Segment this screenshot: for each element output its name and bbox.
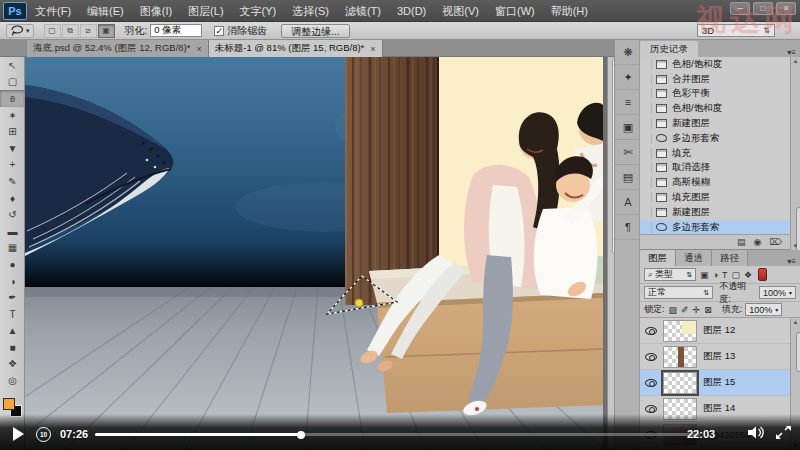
properties-icon[interactable]: ≡ — [615, 90, 641, 115]
maximize-button[interactable]: □ — [753, 2, 773, 15]
move-tool[interactable]: ↖ — [0, 57, 25, 74]
feather-input[interactable] — [150, 24, 202, 37]
brush-tool[interactable]: ✎ — [0, 173, 25, 190]
add-selection-button[interactable]: ⧉ — [62, 24, 79, 38]
path-select-tool[interactable]: ▲ — [0, 323, 25, 340]
menu-layer[interactable]: 图层(L) — [180, 0, 231, 22]
antialias-checkbox[interactable]: ✓ — [214, 26, 224, 36]
menu-help[interactable]: 帮助(H) — [543, 0, 596, 22]
visibility-eye-icon[interactable] — [645, 353, 657, 361]
history-step[interactable]: 色彩平衡 — [640, 87, 790, 102]
tool-preset-picker[interactable]: ▾ — [6, 24, 34, 38]
marquee-tool[interactable]: ▢ — [0, 74, 25, 91]
dodge-tool[interactable]: ◑ — [0, 273, 25, 290]
history-scrollbar[interactable]: ▲▼ — [790, 57, 800, 250]
eyedropper-tool[interactable]: ▼ — [0, 140, 25, 157]
history-step[interactable]: 色相/饱和度 — [640, 101, 790, 116]
new-doc-from-state-icon[interactable]: ▤ — [737, 237, 746, 247]
history-step[interactable]: 取消选择 — [640, 161, 790, 176]
panel-menu-icon[interactable]: ▾≡ — [787, 257, 800, 266]
tab-layers[interactable]: 图层 — [640, 250, 676, 266]
visibility-eye-icon[interactable] — [645, 405, 657, 413]
panel-menu-icon[interactable]: ▾≡ — [787, 48, 800, 57]
tab-untitled-1[interactable]: 未标题-1 @ 81% (图层 15, RGB/8)* × — [209, 40, 383, 57]
document-canvas[interactable] — [25, 57, 607, 450]
filter-adjustment-icon[interactable]: ◑ — [713, 270, 718, 280]
clone-source-icon[interactable]: ▤ — [615, 165, 641, 190]
filter-toggle-switch[interactable] — [758, 268, 767, 281]
history-step[interactable]: 新建图层 — [640, 205, 790, 220]
history-step[interactable]: 多边形套索 — [640, 220, 790, 235]
styles-icon[interactable]: ✦ — [615, 65, 641, 90]
menu-image[interactable]: 图像(I) — [132, 0, 180, 22]
history-step[interactable]: 填充图层 — [640, 190, 790, 205]
delete-state-icon[interactable]: ⌦ — [769, 237, 782, 247]
history-step[interactable]: 多边形套索 — [640, 131, 790, 146]
menu-view[interactable]: 视图(V) — [434, 0, 487, 22]
tab-seabed-psd[interactable]: 海底.psd @ 52.4% (图层 12, RGB/8)* × — [27, 40, 209, 57]
intersect-selection-button[interactable]: ▣ — [98, 24, 115, 38]
blur-tool[interactable]: ● — [0, 256, 25, 273]
history-brush-tool[interactable]: ↺ — [0, 206, 25, 223]
layer-row[interactable]: 图层 15 — [640, 370, 790, 396]
opacity-value[interactable]: 100% ▾ — [759, 286, 796, 299]
layer-row[interactable]: 图层 12 — [640, 318, 790, 344]
history-step[interactable]: 填充 — [640, 146, 790, 161]
stamp-tool[interactable]: ♦ — [0, 190, 25, 207]
zoom-tool[interactable]: ◎ — [0, 372, 25, 389]
history-step[interactable]: 色相/饱和度 — [640, 57, 790, 72]
paragraph-panel-icon[interactable]: ¶ — [615, 215, 641, 240]
menu-select[interactable]: 选择(S) — [284, 0, 337, 22]
play-button[interactable] — [13, 427, 24, 441]
lock-transparency-icon[interactable]: ▨ — [669, 305, 678, 315]
quick-select-tool[interactable]: ✶ — [0, 107, 25, 124]
canvas-scrollbar[interactable] — [607, 57, 614, 450]
refine-edge-button[interactable]: 调整边缘... — [281, 24, 349, 38]
progress-bar[interactable] — [95, 433, 700, 436]
close-button[interactable]: ✕ — [776, 2, 796, 15]
lock-pixels-icon[interactable]: ✐ — [681, 305, 689, 315]
tab-paths[interactable]: 路径 — [712, 250, 748, 266]
menu-file[interactable]: 文件(F) — [27, 0, 79, 22]
blend-mode-select[interactable]: 正常 ⇅ — [644, 286, 713, 299]
menu-3d[interactable]: 3D(D) — [389, 0, 434, 22]
filter-smart-icon[interactable]: ❖ — [744, 270, 752, 280]
foreground-color-swatch[interactable] — [3, 398, 15, 410]
type-tool[interactable]: T — [0, 306, 25, 323]
filter-type-select[interactable]: ⌕ 类型 ⇅ — [644, 268, 696, 281]
history-step[interactable]: 合并图层 — [640, 72, 790, 87]
history-tab[interactable]: 历史记录 — [640, 41, 698, 57]
shape-tool[interactable]: ■ — [0, 339, 25, 356]
new-selection-button[interactable]: ▢ — [44, 24, 61, 38]
visibility-eye-icon[interactable] — [645, 327, 657, 335]
hand-tool[interactable]: ❖ — [0, 356, 25, 373]
lock-all-icon[interactable]: ⊠ — [704, 305, 712, 315]
character-panel-icon[interactable]: A — [615, 190, 641, 215]
fullscreen-icon[interactable] — [776, 426, 791, 439]
crop-tool[interactable]: ⊞ — [0, 123, 25, 140]
menu-filter[interactable]: 滤镜(T) — [337, 0, 389, 22]
tab-channels[interactable]: 通道 — [676, 250, 712, 266]
close-icon[interactable]: × — [196, 44, 201, 54]
menu-type[interactable]: 文字(Y) — [232, 0, 285, 22]
healing-tool[interactable]: + — [0, 157, 25, 174]
visibility-eye-icon[interactable] — [645, 379, 657, 387]
layer-row[interactable]: 图层 13 — [640, 344, 790, 370]
tool-presets-icon[interactable]: ✄ — [615, 140, 641, 165]
lock-position-icon[interactable]: ✛ — [693, 305, 701, 315]
adjustments-icon[interactable]: ❋ — [615, 40, 641, 65]
filter-shape-icon[interactable]: ▢ — [731, 270, 740, 280]
volume-icon[interactable] — [748, 426, 765, 439]
lasso-tool[interactable]: ʚ — [0, 90, 25, 107]
menu-edit[interactable]: 编辑(E) — [79, 0, 132, 22]
subtract-selection-button[interactable]: ⧄ — [80, 24, 97, 38]
workspace-select[interactable]: 3D ⇅ — [697, 24, 775, 37]
history-step[interactable]: 高斯模糊 — [640, 175, 790, 190]
filter-pixel-icon[interactable]: ▣ — [700, 270, 709, 280]
filter-type-icon[interactable]: T — [722, 270, 728, 280]
close-icon[interactable]: × — [370, 44, 375, 54]
info-icon[interactable]: ▣ — [615, 115, 641, 140]
pen-tool[interactable]: ✒ — [0, 289, 25, 306]
gradient-tool[interactable]: ▦ — [0, 240, 25, 257]
eraser-tool[interactable]: ▬ — [0, 223, 25, 240]
